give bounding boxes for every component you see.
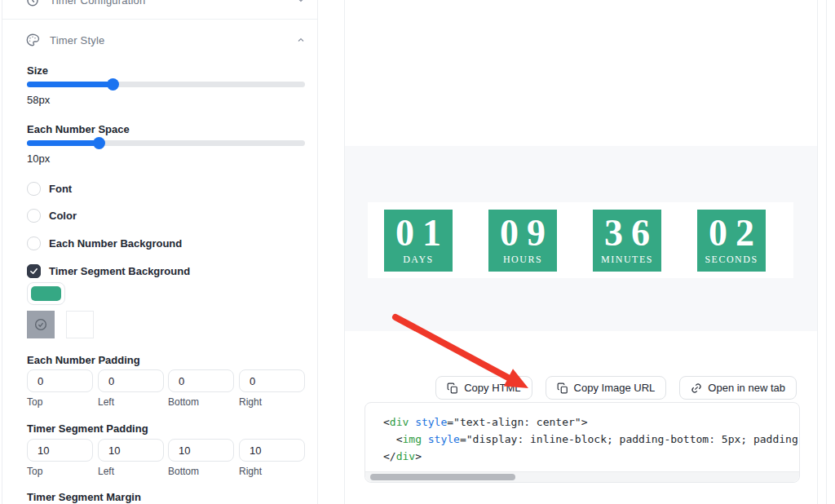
section-title: Timer Configuration (50, 0, 296, 7)
scrollbar-thumb[interactable] (370, 474, 515, 480)
check-circle-icon (33, 317, 48, 332)
checkbox-unchecked-icon[interactable] (27, 182, 41, 196)
section-timer-style[interactable]: Timer Style (25, 29, 306, 51)
slider-thumb[interactable] (93, 137, 105, 149)
timer-segment-padding-label: Timer Segment Padding (27, 422, 148, 435)
segment-label: SECONDS (705, 254, 758, 266)
section-timer-configuration[interactable]: Timer Configuration (25, 0, 306, 13)
size-value: 58px (27, 94, 50, 106)
checkbox-checked-icon[interactable] (27, 264, 41, 278)
each-number-padding-left-input[interactable] (98, 369, 164, 392)
open-in-new-tab-button[interactable]: Open in new tab (679, 376, 797, 400)
segment-value: 09 (500, 215, 554, 251)
toggle-label: Each Number Background (49, 237, 182, 250)
chevron-down-icon[interactable] (296, 0, 306, 5)
html-code-snippet: <div style="text-align: center"> <img st… (365, 403, 799, 465)
timer-segment-margin-label: Timer Segment Margin (27, 491, 141, 503)
checkbox-unchecked-icon[interactable] (27, 237, 41, 250)
link-icon (688, 380, 705, 396)
field-caption: Left (98, 396, 114, 408)
timer-segment-days: 01 DAYS (384, 210, 453, 272)
field-caption: Top (27, 466, 42, 477)
timer-icon (25, 0, 40, 7)
button-label: Open in new tab (708, 382, 785, 394)
size-label: Size (27, 64, 48, 77)
color-option-selected[interactable] (27, 311, 55, 338)
segment-value: 01 (395, 215, 449, 251)
segment-value: 02 (709, 215, 762, 251)
space-value: 10px (27, 153, 50, 165)
widget-preview-area: 01 DAYS 09 HOURS 36 MINUTES 02 SECONDS (345, 146, 817, 331)
space-slider[interactable] (27, 137, 305, 149)
toggle-each-number-background[interactable]: Each Number Background (27, 236, 182, 250)
field-caption: Right (239, 396, 262, 408)
timer-segment-padding-bottom-input[interactable] (168, 439, 234, 462)
segment-label: DAYS (403, 254, 434, 266)
section-divider (2, 19, 317, 20)
checkbox-unchecked-icon[interactable] (27, 209, 41, 223)
toggle-timer-segment-background[interactable]: Timer Segment Background (27, 263, 190, 278)
field-caption: Bottom (168, 466, 199, 477)
color-option-white[interactable] (66, 311, 94, 338)
toggle-label: Timer Segment Background (49, 265, 190, 277)
toggle-label: Font (49, 183, 72, 195)
each-number-padding-top-input[interactable] (27, 369, 93, 392)
button-label: Copy HTML (464, 382, 520, 394)
segment-color-fill (31, 286, 61, 301)
field-caption: Top (27, 396, 42, 408)
preview-panel: 01 DAYS 09 HOURS 36 MINUTES 02 SECONDS C… (344, 0, 818, 504)
segment-label: MINUTES (601, 254, 653, 266)
countdown-timer-preview: 01 DAYS 09 HOURS 36 MINUTES 02 SECONDS (368, 202, 793, 278)
code-horizontal-scrollbar[interactable] (365, 471, 799, 482)
copy-image-url-button[interactable]: Copy Image URL (546, 376, 667, 400)
each-number-padding-bottom-input[interactable] (168, 369, 234, 392)
segment-color-swatch[interactable] (27, 282, 65, 305)
toggle-label: Color (49, 210, 77, 222)
timer-segment-minutes: 36 MINUTES (593, 210, 661, 272)
segment-label: HOURS (503, 254, 542, 266)
palette-icon (25, 33, 40, 47)
export-actions: Copy HTML Copy Image URL Open in new tab (435, 376, 797, 400)
chevron-up-icon[interactable] (296, 35, 306, 45)
settings-sidebar: Timer Configuration Timer Style Size 58p… (2, 0, 318, 504)
each-number-padding-right-input[interactable] (239, 369, 305, 392)
section-title: Timer Style (50, 34, 296, 46)
page-right-edge (826, 0, 835, 504)
each-number-padding-label: Each Number Padding (27, 354, 140, 366)
timer-segment-hours: 09 HOURS (488, 210, 557, 272)
copy-icon (557, 382, 568, 394)
space-label: Each Number Space (27, 123, 130, 135)
timer-segment-padding-left-input[interactable] (98, 439, 164, 462)
toggle-color[interactable]: Color (27, 208, 77, 223)
slider-fill (27, 82, 113, 87)
field-caption: Bottom (168, 396, 199, 408)
button-label: Copy Image URL (574, 382, 656, 394)
field-caption: Right (239, 466, 262, 477)
timer-segment-padding-top-input[interactable] (27, 439, 93, 462)
size-slider[interactable] (27, 78, 305, 91)
timer-segment-seconds: 02 SECONDS (697, 210, 766, 272)
copy-icon (447, 382, 458, 394)
slider-thumb[interactable] (107, 78, 119, 91)
slider-fill (27, 140, 99, 146)
timer-segment-padding-right-input[interactable] (239, 439, 305, 462)
toggle-font[interactable]: Font (27, 181, 72, 196)
segment-value: 36 (604, 215, 658, 251)
embed-code-block[interactable]: <div style="text-align: center"> <img st… (364, 402, 800, 483)
field-caption: Left (98, 466, 114, 477)
copy-html-button[interactable]: Copy HTML (435, 376, 532, 400)
